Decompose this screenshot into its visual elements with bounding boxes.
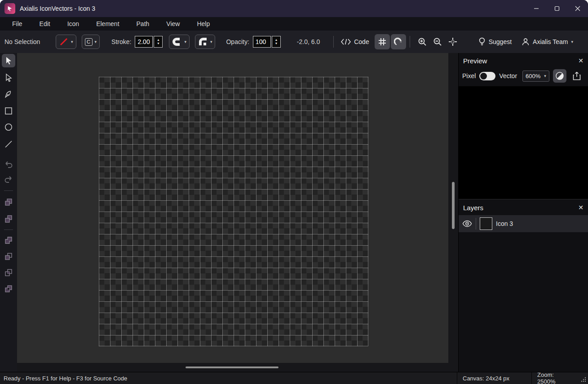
preview-close-button[interactable]: ✕ bbox=[578, 57, 584, 64]
grid-toggle-button[interactable] bbox=[375, 34, 390, 49]
toggle-knob bbox=[480, 73, 487, 79]
direct-select-tool[interactable] bbox=[2, 71, 15, 84]
window-title: Axialis IconVectors - Icon 3 bbox=[20, 5, 95, 12]
menu-element[interactable]: Element bbox=[88, 17, 128, 31]
layers-panel: Layers ✕ Icon 3 bbox=[459, 200, 588, 232]
maximize-button[interactable] bbox=[547, 0, 567, 17]
opacity-stepper[interactable]: ▲▼ bbox=[272, 36, 281, 48]
center-view-icon bbox=[448, 37, 457, 46]
stroke-cap-icon bbox=[172, 37, 182, 46]
code-button[interactable]: Code bbox=[341, 38, 369, 45]
canvas-viewport[interactable] bbox=[17, 53, 448, 372]
palette-separator bbox=[4, 230, 13, 230]
duplicate-tool[interactable] bbox=[2, 195, 15, 209]
undo-icon bbox=[4, 160, 13, 169]
preview-panel-header: Preview ✕ bbox=[459, 53, 588, 68]
stroke-join-dropdown[interactable]: ▾ bbox=[195, 35, 216, 49]
zoom-out-icon bbox=[433, 37, 442, 46]
stroke-width-input[interactable] bbox=[135, 36, 153, 48]
vertical-scrollbar-thumb[interactable] bbox=[452, 182, 455, 229]
color-mode-icon: C bbox=[85, 38, 93, 46]
ellipse-tool[interactable] bbox=[2, 120, 15, 134]
stroke-cap-dropdown[interactable]: ▾ bbox=[169, 35, 190, 49]
layer-thumbnail bbox=[480, 217, 492, 230]
stroke-color-swatch-icon bbox=[59, 37, 69, 47]
intersect-icon bbox=[4, 268, 13, 277]
chevron-down-icon: ▾ bbox=[71, 40, 73, 44]
horizontal-scrollbar[interactable] bbox=[17, 363, 448, 372]
select-tool[interactable] bbox=[2, 54, 15, 67]
color-mode-dropdown[interactable]: C ▾ bbox=[82, 35, 100, 49]
line-tool[interactable] bbox=[2, 137, 15, 151]
account-menu[interactable]: Axialis Team ▾ bbox=[522, 38, 573, 46]
zoom-in-icon bbox=[418, 37, 427, 46]
share-icon bbox=[573, 71, 581, 80]
redo-icon bbox=[4, 175, 13, 184]
subtract-icon bbox=[4, 252, 13, 261]
toolbar-separator bbox=[333, 36, 334, 48]
rectangle-tool[interactable] bbox=[2, 104, 15, 118]
direct-select-arrow-icon bbox=[4, 73, 13, 82]
subtract-tool[interactable] bbox=[2, 250, 15, 263]
menu-path[interactable]: Path bbox=[128, 17, 158, 31]
pixel-vector-toggle[interactable] bbox=[479, 72, 495, 80]
snap-toggle-button[interactable] bbox=[391, 34, 406, 49]
statusbar: Ready - Press F1 for Help - F3 for Sourc… bbox=[0, 372, 588, 384]
menu-view[interactable]: View bbox=[158, 17, 188, 31]
chevron-down-icon: ▾ bbox=[544, 74, 546, 78]
redo-button[interactable] bbox=[2, 173, 15, 186]
opacity-label: Opacity: bbox=[226, 38, 249, 45]
right-panel: Preview ✕ Pixel Vector 600% ▾ bbox=[459, 53, 588, 372]
account-name: Axialis Team bbox=[533, 38, 568, 45]
menu-edit[interactable]: Edit bbox=[31, 17, 59, 31]
code-icon bbox=[341, 39, 351, 45]
center-view-button[interactable] bbox=[445, 34, 460, 49]
vector-label: Vector bbox=[499, 72, 517, 79]
pen-tool[interactable] bbox=[2, 88, 15, 101]
horizontal-scrollbar-thumb[interactable] bbox=[186, 366, 279, 368]
stroke-width-stepper[interactable]: ▲▼ bbox=[154, 36, 163, 48]
selection-status: No Selection bbox=[4, 38, 53, 45]
layer-row[interactable]: Icon 3 bbox=[459, 215, 588, 232]
preview-panel-title: Preview bbox=[463, 57, 487, 65]
preview-zoom-select[interactable]: 600% ▾ bbox=[522, 71, 549, 82]
intersect-tool[interactable] bbox=[2, 266, 15, 279]
tool-palette bbox=[0, 53, 17, 372]
arrange-icon bbox=[4, 214, 13, 223]
menu-help[interactable]: Help bbox=[188, 17, 218, 31]
export-button[interactable] bbox=[570, 69, 584, 83]
layer-divider bbox=[476, 218, 476, 230]
opacity-input[interactable] bbox=[253, 36, 271, 48]
chevron-down-icon: ▾ bbox=[210, 40, 212, 44]
line-icon bbox=[4, 140, 13, 149]
menu-file[interactable]: File bbox=[4, 17, 31, 31]
toolbar: No Selection ▾ C ▾ Stroke: ▲▼ ▾ ▾ Opacit… bbox=[0, 31, 588, 53]
menubar: File Edit Icon Element Path View Help bbox=[0, 17, 588, 31]
status-message: Ready - Press F1 for Help - F3 for Sourc… bbox=[0, 375, 127, 382]
undo-button[interactable] bbox=[2, 158, 15, 172]
zoom-out-button[interactable] bbox=[430, 34, 445, 49]
preview-background-toggle[interactable] bbox=[553, 69, 566, 83]
chevron-down-icon: ▾ bbox=[184, 40, 186, 44]
arrange-tool[interactable] bbox=[2, 212, 15, 225]
chevron-down-icon: ▾ bbox=[571, 40, 573, 44]
resize-grip-icon bbox=[580, 376, 587, 383]
exclude-tool[interactable] bbox=[2, 282, 15, 296]
suggest-button[interactable]: Suggest bbox=[478, 37, 512, 46]
stroke-join-icon bbox=[198, 37, 208, 46]
status-zoom: Zoom: 2500% bbox=[531, 372, 578, 384]
visibility-eye-icon[interactable] bbox=[462, 220, 472, 227]
stroke-color-dropdown[interactable]: ▾ bbox=[56, 35, 76, 49]
close-button[interactable] bbox=[567, 0, 588, 17]
union-tool[interactable] bbox=[2, 234, 15, 247]
zoom-in-button[interactable] bbox=[415, 34, 430, 49]
menu-icon[interactable]: Icon bbox=[59, 17, 88, 31]
pixel-label: Pixel bbox=[462, 72, 476, 79]
icon-canvas[interactable] bbox=[99, 77, 368, 346]
layers-close-button[interactable]: ✕ bbox=[578, 204, 584, 211]
minimize-button[interactable] bbox=[526, 0, 547, 17]
vertical-scrollbar[interactable] bbox=[448, 53, 459, 372]
resize-grip[interactable] bbox=[578, 372, 588, 384]
stroke-label: Stroke: bbox=[111, 38, 131, 45]
preview-display bbox=[459, 86, 588, 199]
